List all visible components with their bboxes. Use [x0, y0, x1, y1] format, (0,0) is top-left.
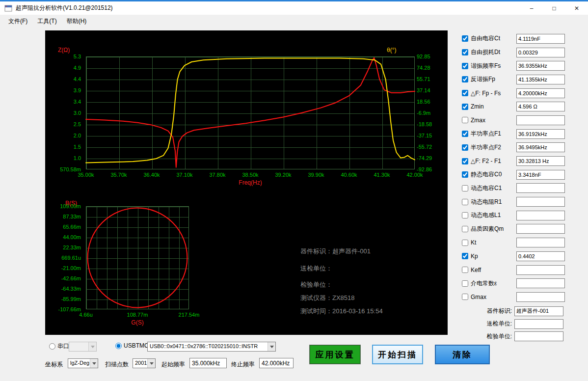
param-value-field[interactable] [516, 48, 565, 57]
param-checkbox[interactable] [462, 253, 468, 259]
param-row: Zmin [459, 100, 588, 113]
param-checkbox[interactable] [462, 63, 468, 69]
device-field-row: 检验单位: [459, 330, 588, 343]
menu-file[interactable]: 文件(F) [3, 15, 32, 28]
serial-radio[interactable] [49, 343, 55, 350]
chevron-down-icon [90, 359, 98, 368]
param-checkbox[interactable] [462, 240, 468, 246]
param-row: △F: F2 - F1 [459, 154, 588, 168]
param-value-field[interactable] [516, 115, 565, 125]
param-row: Kp [459, 249, 588, 263]
param-label: 半功率点F1 [471, 130, 501, 138]
param-checkbox[interactable] [462, 199, 468, 205]
param-label: 谐振频率Fs [471, 62, 501, 70]
coord-system-value: lgZ-Deg [68, 359, 90, 368]
param-value-field[interactable] [516, 265, 565, 275]
param-value-field[interactable] [516, 238, 565, 247]
param-checkbox[interactable] [462, 104, 468, 110]
device-field-label: 器件标识: [459, 307, 512, 315]
param-checkbox[interactable] [462, 171, 468, 178]
scan-points-combo[interactable]: 2001 [133, 358, 156, 368]
param-value-field[interactable] [516, 75, 565, 84]
param-checkbox[interactable] [462, 280, 468, 287]
param-checkbox[interactable] [462, 90, 468, 96]
usbtmc-radio-group[interactable]: USBTMC [115, 342, 149, 349]
param-value-field[interactable] [516, 224, 565, 234]
param-label: 动态电阻R1 [471, 198, 502, 206]
param-checkbox[interactable] [462, 49, 468, 55]
param-checkbox[interactable] [462, 117, 468, 123]
param-row: 品质因素Qm [459, 222, 588, 236]
param-checkbox[interactable] [462, 267, 468, 273]
param-label: 品质因素Qm [471, 225, 504, 233]
coord-system-combo[interactable]: lgZ-Deg [68, 358, 98, 368]
maximize-icon[interactable]: □ [543, 1, 565, 15]
device-field-row: 送检单位: [459, 318, 588, 330]
menu-help[interactable]: 帮助(H) [62, 15, 92, 28]
param-value-field[interactable] [516, 170, 565, 180]
param-value-field[interactable] [516, 61, 565, 71]
clear-button[interactable]: 清除 [435, 345, 490, 364]
param-value-field[interactable] [516, 102, 565, 111]
usbtmc-radio[interactable] [115, 343, 122, 349]
param-checkbox[interactable] [462, 144, 468, 151]
usbtmc-address-combo[interactable]: USB0::0x0471::0x2786::T020215010::INSTR [147, 342, 276, 352]
param-value-field[interactable] [516, 292, 565, 302]
apply-settings-button[interactable]: 应用设置 [309, 345, 361, 364]
param-value-field[interactable] [516, 211, 565, 220]
impedance-curve [86, 58, 415, 167]
serial-port-value [69, 342, 88, 351]
param-value-field[interactable] [516, 34, 565, 44]
menu-tools[interactable]: 工具(T) [32, 15, 61, 28]
minimize-icon[interactable]: – [520, 1, 543, 15]
param-checkbox[interactable] [462, 226, 468, 232]
start-freq-label: 起始频率 [161, 360, 185, 369]
param-row: 谐振频率Fs [459, 59, 588, 73]
param-checkbox[interactable] [462, 158, 468, 164]
device-field-label: 检验单位: [459, 332, 512, 341]
param-row: 半功率点F1 [459, 127, 588, 141]
chevron-down-icon [88, 342, 96, 351]
param-row: △F: Fp - Fs [459, 86, 588, 100]
param-label: 动态电感L1 [471, 211, 501, 219]
param-row: 动态电感L1 [459, 209, 588, 222]
param-value-field[interactable] [516, 251, 565, 261]
param-value-field[interactable] [516, 129, 565, 139]
param-value-field[interactable] [516, 88, 565, 98]
param-label: 动态电容C1 [471, 184, 502, 192]
serial-port-combo[interactable] [69, 342, 97, 352]
device-field-input[interactable] [514, 331, 563, 341]
start-scan-button[interactable]: 开始扫描 [372, 345, 423, 364]
param-value-field[interactable] [516, 278, 565, 288]
device-fields: 器件标识:送检单位:检验单位: [459, 305, 588, 343]
param-row: Keff [459, 263, 588, 277]
start-freq-input[interactable] [189, 358, 227, 368]
param-checkbox[interactable] [462, 212, 468, 218]
close-icon[interactable]: ✕ [565, 1, 588, 15]
chart-curves [45, 30, 448, 335]
param-checkbox[interactable] [462, 35, 468, 42]
param-value-field[interactable] [516, 142, 565, 152]
param-checkbox[interactable] [462, 294, 468, 300]
param-value-field[interactable] [516, 183, 565, 193]
param-label: Zmax [471, 117, 485, 124]
param-row: Kt [459, 236, 588, 249]
param-value-field[interactable] [516, 156, 565, 166]
admittance-circle [88, 208, 187, 308]
device-field-input[interactable] [514, 319, 563, 329]
param-label: Gmax [471, 294, 486, 300]
stop-freq-input[interactable] [259, 358, 294, 368]
param-checkbox[interactable] [462, 76, 468, 82]
param-checkbox[interactable] [462, 131, 468, 137]
usbtmc-radio-label: USBTMC [124, 342, 149, 349]
param-label: 半功率点F2 [471, 143, 501, 152]
device-field-row: 器件标识: [459, 305, 588, 318]
scan-points-label: 扫描点数 [105, 360, 129, 369]
param-row: 自由损耗Dt [459, 46, 588, 59]
window-controls: – □ ✕ [520, 1, 588, 15]
param-checkbox[interactable] [462, 185, 468, 191]
param-value-field[interactable] [516, 197, 565, 207]
device-field-input[interactable] [514, 306, 563, 316]
serial-radio-group[interactable]: 串口 [49, 342, 69, 351]
menu-bar: 文件(F) 工具(T) 帮助(H) [0, 15, 588, 27]
